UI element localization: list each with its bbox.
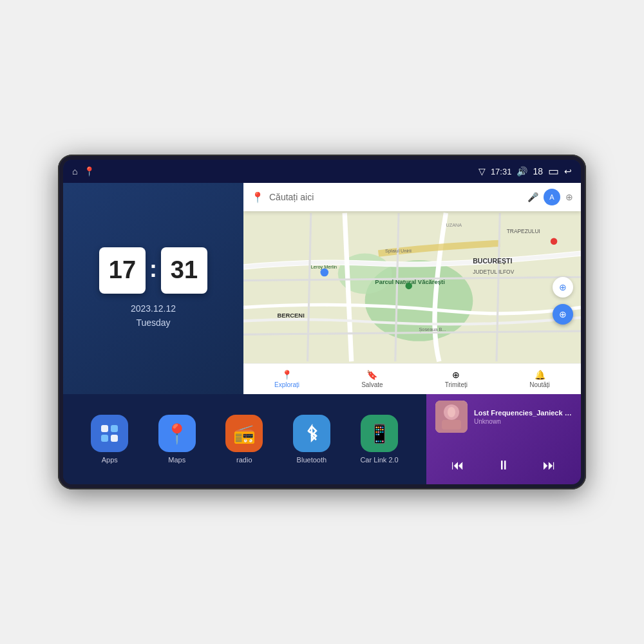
map-avatar[interactable]: A [544,189,560,205]
map-location-button[interactable]: ⊕ [553,304,573,325]
svg-text:Șoseaua B...: Șoseaua B... [419,327,446,332]
back-icon[interactable]: ↩ [564,166,572,176]
svg-rect-17 [101,435,108,442]
car-screen-device: ⌂ 📍 ▽ 17:31 🔊 18 ▭ ↩ 17 : [58,155,586,489]
music-info: Lost Frequencies_Janieck Devy-... Unknow… [474,409,572,425]
app-icon-bluetooth[interactable]: Bluetooth [293,415,330,464]
clock-display: 17 : 31 [99,247,207,294]
status-bar: ⌂ 📍 ▽ 17:31 🔊 18 ▭ ↩ [63,160,581,183]
svg-point-12 [406,283,412,289]
svg-rect-18 [111,435,118,442]
bottom-section: Apps 📍 Maps 📻 radio [63,394,581,484]
app-icon-radio[interactable]: 📻 radio [225,415,263,464]
clock-widget: 17 : 31 2023.12.12 Tuesday [63,183,243,394]
svg-text:TRAPEZULUI: TRAPEZULUI [507,228,540,234]
map-mic-icon[interactable]: 🎤 [527,192,538,202]
battery-icon: ▭ [548,164,559,178]
svg-text:BERCENI: BERCENI [277,312,304,319]
map-nav-news[interactable]: 🔔 Noutăți [529,370,550,388]
prev-button[interactable]: ⏮ [445,455,471,475]
app-icons-area: Apps 📍 Maps 📻 radio [63,394,426,484]
saved-icon: 🔖 [366,370,377,380]
map-grid-icon[interactable]: ⊕ [565,192,573,202]
main-screen: ⌂ 📍 ▽ 17:31 🔊 18 ▭ ↩ 17 : [63,160,581,484]
saved-label: Salvate [361,381,383,388]
map-search-placeholder[interactable]: Căutați aici [269,192,522,202]
news-icon: 🔔 [535,370,545,380]
app-icon-carlink[interactable]: 📱 Car Link 2.0 [360,415,398,464]
battery-level: 18 [533,166,543,176]
app-icon-maps[interactable]: 📍 Maps [158,415,196,464]
svg-text:UZANA: UZANA [446,222,462,228]
app-icon-apps[interactable]: Apps [91,415,128,464]
maps-icon-circle: 📍 [158,415,196,452]
radio-icon-circle: 📻 [225,415,263,452]
music-album-art [435,401,468,433]
map-nav-saved[interactable]: 🔖 Salvate [361,370,383,388]
radio-label: radio [236,456,252,464]
carlink-icon-circle: 📱 [361,415,398,452]
album-art-inner [435,401,468,433]
map-logo-icon: 📍 [251,191,264,204]
main-content: 17 : 31 2023.12.12 Tuesday 📍 Căutați aic… [63,183,581,484]
maps-shortcut-icon[interactable]: 📍 [84,166,95,176]
carlink-label: Car Link 2.0 [360,456,398,464]
share-icon: ⊕ [452,370,460,380]
maps-label: Maps [168,456,185,464]
next-button[interactable]: ⏭ [536,455,562,475]
share-label: Trimiteți [445,381,468,388]
bluetooth-label: Bluetooth [297,456,327,464]
music-artist: Unknown [474,418,572,425]
svg-text:Splaiul Unirii: Splaiul Unirii [385,248,412,254]
clock-minute: 31 [161,247,207,294]
apps-label: Apps [102,456,118,464]
music-title: Lost Frequencies_Janieck Devy-... [474,409,572,417]
top-section: 17 : 31 2023.12.12 Tuesday 📍 Căutați aic… [63,183,581,394]
svg-rect-21 [442,420,461,430]
map-nav-share[interactable]: ⊕ Trimiteți [445,370,468,388]
svg-rect-16 [111,425,118,432]
volume-icon[interactable]: 🔊 [516,166,527,176]
status-left: ⌂ 📍 [72,166,95,176]
svg-text:Leroy Merlin: Leroy Merlin [311,264,337,270]
explore-icon: 📍 [281,370,292,380]
explore-label: Explorați [274,381,299,388]
status-time: 17:31 [491,167,512,176]
svg-text:JUDEȚUL ILFOV: JUDEȚUL ILFOV [473,269,514,275]
clock-hour: 17 [99,247,146,294]
bluetooth-icon-circle [293,415,330,452]
clock-date: 2023.12.12 Tuesday [131,301,176,330]
music-player: Lost Frequencies_Janieck Devy-... Unknow… [426,394,581,484]
map-widget[interactable]: 📍 Căutați aici 🎤 A ⊕ [243,183,581,394]
svg-point-22 [448,407,455,417]
music-top: Lost Frequencies_Janieck Devy-... Unknow… [435,401,572,433]
status-right: ▽ 17:31 🔊 18 ▭ ↩ [478,164,572,178]
clock-colon: : [149,256,157,283]
map-nav-explore[interactable]: 📍 Explorați [274,370,299,388]
music-controls: ⏮ ⏸ ⏭ [435,453,572,478]
map-compass-button[interactable]: ⊕ [553,277,573,298]
signal-icon: ▽ [478,166,486,176]
map-area[interactable]: Parcul Natural Văcărești BUCUREȘTI JUDEȚ… [243,211,581,363]
map-bottom-nav: 📍 Explorați 🔖 Salvate ⊕ Trimiteți 🔔 [243,363,581,394]
apps-icon-circle [91,415,128,452]
svg-rect-15 [101,425,108,432]
svg-point-13 [551,238,557,244]
play-pause-button[interactable]: ⏸ [491,455,516,475]
news-label: Noutăți [529,381,550,388]
home-icon[interactable]: ⌂ [72,166,77,176]
map-search-bar[interactable]: 📍 Căutați aici 🎤 A ⊕ [243,183,581,211]
svg-text:BUCUREȘTI: BUCUREȘTI [473,258,512,265]
